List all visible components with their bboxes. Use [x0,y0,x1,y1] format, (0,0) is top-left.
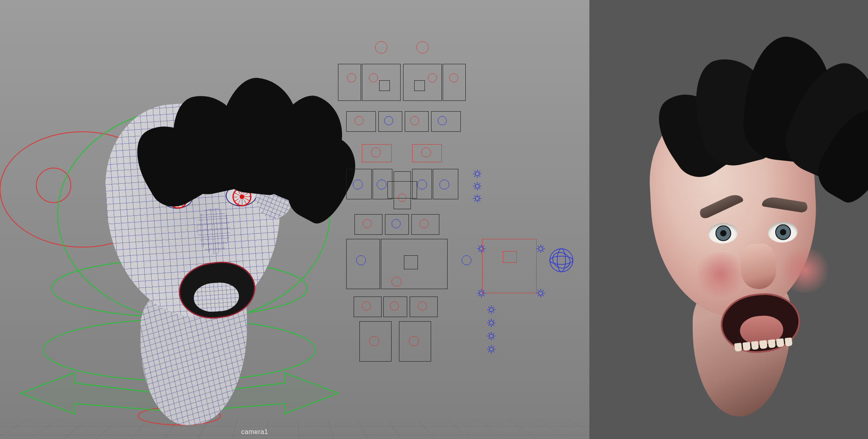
picker-handle[interactable] [428,73,437,82]
rendered-head [622,37,837,408]
svg-point-25 [489,347,493,351]
eyebrow-left [149,152,200,186]
render-panel [589,0,868,439]
picker-handle[interactable] [439,180,449,189]
picker-handle[interactable] [363,219,372,228]
render-hair [664,37,868,185]
render-blush [777,246,833,294]
character-head-wireframe[interactable] [78,74,301,412]
svg-point-15 [539,247,543,251]
gear-icon[interactable] [476,288,486,298]
gear-icon[interactable] [472,169,482,179]
picker-handle[interactable] [449,73,458,82]
viewport-panel[interactable]: CC CC C [0,0,589,439]
gear-icon[interactable] [486,318,496,328]
picker-handle[interactable] [420,219,429,228]
render-nose [739,243,777,290]
eye-left [161,185,194,210]
gear-icon[interactable] [486,305,496,315]
picker-brow-box[interactable] [338,64,361,101]
picker-handle[interactable] [409,336,419,346]
eye-target-icon[interactable] [232,187,252,207]
gear-icon[interactable] [486,331,496,341]
svg-point-19 [550,256,573,264]
svg-point-16 [479,291,483,295]
render-eye [708,222,739,245]
eye-target-icon[interactable] [168,189,188,209]
picker-brow-top-r[interactable] [416,41,429,54]
eye-right [225,183,258,207]
svg-point-12 [475,184,479,188]
picker-handle[interactable] [418,301,427,311]
picker-jaw-box[interactable] [482,239,537,293]
gear-icon[interactable] [536,288,546,298]
picker-inner[interactable] [404,255,418,269]
picker-inner[interactable] [414,80,425,91]
app-root: CC CC C [0,0,868,439]
camera-label: camera1 [241,428,268,436]
picker-handle[interactable] [410,116,419,125]
gear-icon[interactable] [536,244,546,254]
render-eyebrow [762,196,808,213]
nose-mesh [196,208,232,255]
picker-handle[interactable] [347,73,356,82]
picker-brow-box[interactable] [443,64,466,101]
picker-handle[interactable] [353,180,363,189]
gear-icon[interactable] [486,344,496,354]
gear-icon[interactable] [472,194,482,203]
picker-inner[interactable] [379,80,390,91]
picker-handle[interactable] [356,255,366,265]
svg-point-11 [475,172,479,176]
svg-point-13 [475,196,479,201]
svg-point-21 [550,249,573,271]
picker-handle[interactable] [392,277,401,287]
picker-handle[interactable] [417,180,427,189]
picker-handle[interactable] [362,301,371,311]
picker-handle[interactable] [438,116,447,125]
floor-grid [0,419,589,439]
picker-handle[interactable] [462,255,472,265]
render-eye [767,221,798,243]
picker-handle[interactable] [390,301,399,311]
face-picker-panel[interactable] [330,41,577,379]
picker-handle[interactable] [369,73,378,82]
svg-point-17 [539,291,543,295]
sphere-control-icon[interactable] [548,247,575,273]
picker-handle[interactable] [377,180,387,189]
picker-handle[interactable] [354,116,364,125]
picker-brow-top-l[interactable] [375,41,387,54]
gear-icon[interactable] [472,181,482,191]
picker-handle[interactable] [371,147,381,157]
picker-handle[interactable] [384,116,393,125]
render-eyebrow [698,191,744,220]
picker-handle[interactable] [421,147,431,157]
svg-point-23 [489,321,493,325]
svg-point-1 [36,168,71,203]
picker-handle[interactable] [392,219,401,228]
svg-point-22 [489,308,493,312]
svg-point-14 [479,247,483,251]
svg-point-24 [489,334,493,338]
picker-handle[interactable] [369,336,379,346]
gear-icon[interactable] [476,244,486,254]
picker-jaw-inner[interactable] [503,251,517,263]
picker-handle[interactable] [398,194,406,202]
